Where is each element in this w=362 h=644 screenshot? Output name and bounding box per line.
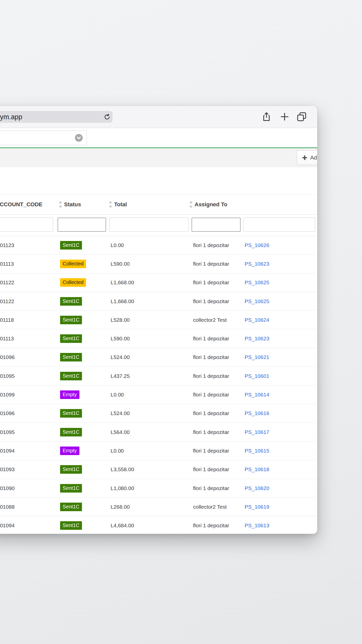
column-header-account-code[interactable]: ACCOUNT_CODE: [0, 201, 42, 208]
reload-icon[interactable]: [104, 114, 110, 120]
cell-assigned-to: flori 1 depozitar: [193, 429, 238, 436]
filter-input-status[interactable]: [58, 218, 106, 232]
table-row: 001088 Sent1C L268.00 collector2 Test PS…: [0, 498, 317, 516]
cell-status: Empty: [60, 390, 79, 399]
cell-account-code: 001122: [0, 298, 14, 304]
cell-assigned-to: flori 1 depozitar: [193, 298, 238, 305]
ps-link[interactable]: PS_10617: [245, 429, 269, 435]
cell-total: L0.00: [111, 392, 124, 398]
ps-link[interactable]: PS_10626: [245, 242, 269, 248]
cell-account-code: 001118: [0, 317, 14, 323]
table-row: 001095 Sent1C L564.00 flori 1 depozitar …: [0, 423, 317, 441]
status-badge: Sent1C: [60, 503, 82, 511]
cell-total: L1,668.00: [111, 298, 134, 304]
sort-icon: [189, 201, 193, 208]
status-badge: Sent1C: [60, 353, 82, 361]
add-button[interactable]: Add: [297, 150, 317, 165]
table-row: 001094 Empty L0.00 flori 1 depozitar PS_…: [0, 441, 317, 460]
filter-input-assigned-to[interactable]: [192, 218, 241, 232]
ps-link[interactable]: PS_10616: [245, 410, 269, 416]
ps-link[interactable]: PS_10624: [245, 317, 269, 323]
ps-link[interactable]: PS_10614: [245, 392, 269, 398]
status-badge: Sent1C: [60, 409, 82, 418]
cell-status: Sent1C: [60, 353, 82, 361]
url-text: ym.app: [0, 113, 22, 121]
cell-account-code: 001113: [0, 261, 14, 267]
new-tab-plus-icon[interactable]: [280, 112, 290, 122]
column-header-assigned-to[interactable]: Assigned To: [189, 201, 227, 208]
cell-assigned-to: collector2 Test: [193, 503, 238, 510]
cell-assigned-to: flori 1 depozitar: [193, 354, 238, 361]
share-icon[interactable]: [261, 112, 272, 122]
status-badge: Sent1C: [60, 372, 82, 380]
cell-assigned-to: flori 1 depozitar: [193, 391, 238, 398]
filter-input-account-code[interactable]: [0, 218, 53, 232]
table-row: 001113 Collected L590.00 flori 1 depozit…: [0, 255, 317, 273]
status-badge: Sent1C: [60, 465, 82, 474]
column-label: Assigned To: [195, 201, 227, 208]
status-badge: Empty: [60, 390, 79, 399]
table-header: ACCOUNT_CODE Status Total Assigned To: [0, 194, 317, 215]
ps-link[interactable]: PS_10619: [245, 504, 269, 510]
cell-account-code: 001099: [0, 392, 15, 398]
cell-status: Collected: [60, 260, 86, 268]
cell-total: L590.00: [111, 336, 130, 342]
status-badge: Sent1C: [60, 297, 82, 306]
chevron-down-circle-icon[interactable]: [75, 134, 83, 142]
table-row: 001090 Sent1C L1,080.00 flori 1 depozita…: [0, 479, 317, 498]
ps-link[interactable]: PS_10618: [245, 466, 269, 472]
table-row: 001096 Sent1C L524.00 flori 1 depozitar …: [0, 348, 317, 367]
status-badge: Sent1C: [60, 316, 82, 324]
column-label: Status: [64, 201, 81, 208]
ps-link[interactable]: PS_10615: [245, 448, 269, 454]
app-toolbar: Add: [0, 148, 317, 167]
add-button-label: Add: [310, 154, 317, 161]
ps-link[interactable]: PS_10620: [245, 485, 269, 491]
cell-assigned-to: flori 1 depozitar: [193, 373, 238, 380]
cell-account-code: 001093: [0, 466, 15, 472]
status-badge: Sent1C: [60, 484, 82, 493]
ps-link[interactable]: PS_10621: [245, 354, 269, 360]
cell-account-code: 001123: [0, 242, 14, 248]
sort-icon: [109, 201, 112, 208]
ps-link[interactable]: PS_10623: [245, 261, 269, 267]
ps-link[interactable]: PS_10625: [245, 279, 269, 286]
filter-bar: [0, 128, 317, 147]
filter-dropdown[interactable]: [0, 131, 87, 145]
cell-total: L590.00: [111, 261, 130, 267]
status-badge: Collected: [60, 278, 86, 287]
tabs-overview-icon[interactable]: [297, 112, 307, 122]
filter-input-ps-link[interactable]: [243, 218, 315, 232]
cell-total: L268.00: [111, 504, 130, 510]
status-badge: Sent1C: [60, 428, 82, 436]
address-bar[interactable]: ym.app: [0, 111, 113, 123]
status-badge: Sent1C: [60, 521, 82, 530]
ps-link[interactable]: PS_10623: [245, 336, 269, 342]
table-row: 001095 Sent1C L437.25 flori 1 depozitar …: [0, 367, 317, 385]
table-row: 001099 Empty L0.00 flori 1 depozitar PS_…: [0, 385, 317, 404]
table-row: 001113 Sent1C L590.00 flori 1 depozitar …: [0, 329, 317, 348]
cell-assigned-to: flori 1 depozitar: [193, 260, 238, 267]
cell-status: Collected: [60, 278, 86, 287]
cell-total: L3,558.00: [111, 466, 134, 472]
table-row: 001096 Sent1C L524.00 flori 1 depozitar …: [0, 404, 317, 423]
cell-status: Sent1C: [60, 484, 82, 493]
ps-link[interactable]: PS_10601: [245, 373, 269, 379]
ps-link[interactable]: PS_10625: [245, 298, 269, 304]
column-header-total[interactable]: Total: [109, 201, 127, 208]
cell-total: L524.00: [111, 354, 130, 360]
ps-link[interactable]: PS_10613: [245, 522, 269, 529]
cell-assigned-to: flori 1 depozitar: [193, 410, 238, 417]
cell-status: Sent1C: [60, 316, 82, 324]
column-label: ACCOUNT_CODE: [0, 201, 42, 208]
table-row: 001122 Collected L1,668.00 flori 1 depoz…: [0, 273, 317, 292]
browser-toolbar: ym.app: [0, 106, 317, 128]
status-badge: Collected: [60, 260, 86, 268]
cell-account-code: 001122: [0, 279, 14, 286]
filter-input-total[interactable]: [109, 218, 189, 232]
status-badge: Sent1C: [60, 334, 82, 343]
column-header-status[interactable]: Status: [59, 201, 81, 208]
cell-assigned-to: flori 1 depozitar: [193, 242, 238, 249]
cell-assigned-to: flori 1 depozitar: [193, 279, 238, 286]
status-badge: Empty: [60, 447, 79, 455]
